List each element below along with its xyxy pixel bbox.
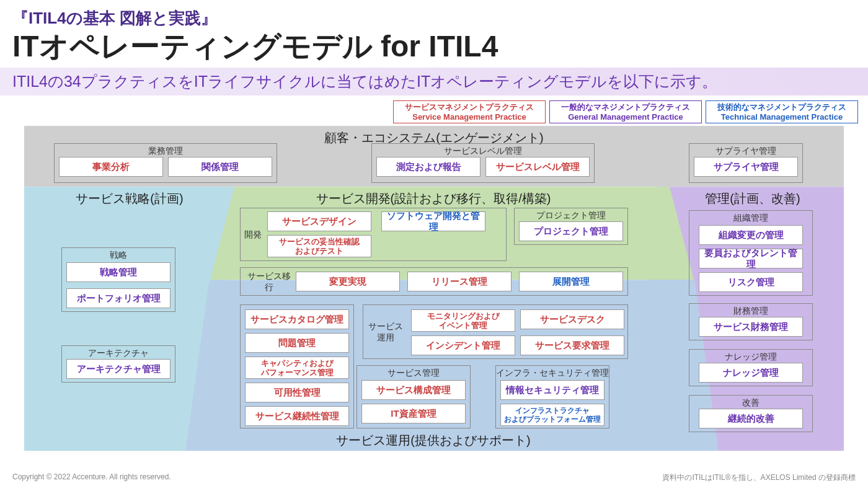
practice-portfolio: ポートフォリオ管理 — [66, 288, 170, 308]
practice-validation: サービスの妥当性確認およびテスト — [267, 235, 371, 257]
practice-it-asset: IT資産管理 — [361, 404, 466, 424]
description-band: ITIL4の34プラクティスをITライフサイクルに当てはめたITオペレーティング… — [0, 68, 868, 95]
diagram: 顧客・エコシステム(エンゲージメント) サービス戦略(計画) サービス開発(設計… — [24, 126, 844, 451]
practice-talent: 要員およびタレント管理 — [699, 249, 803, 268]
practice-strategy-mgmt: 戦略管理 — [66, 262, 170, 282]
practice-info-sec: 情報セキュリティ管理 — [500, 380, 604, 400]
practice-sw-dev: ソフトウェア開発と管理 — [381, 211, 485, 231]
group-dev-title: 開発 — [244, 229, 262, 240]
practice-measure: 測定および報告 — [376, 157, 480, 177]
practice-service-level: サービスレベル管理 — [485, 157, 590, 177]
practice-service-desk: サービスデスク — [520, 309, 624, 329]
practice-catalog: サービスカタログ管理 — [245, 309, 349, 329]
practice-business-analysis: 事業分析 — [59, 157, 163, 177]
practice-availability: 可用性管理 — [245, 383, 349, 402]
practice-continuity: サービス継続性管理 — [245, 406, 349, 426]
section-mgmt: 管理(計画、改善) — [681, 190, 824, 207]
group-project-title: プロジェクト管理 — [515, 210, 627, 221]
group-strategy-title: 戦略 — [62, 250, 175, 261]
practice-architecture: アーキテクチャ管理 — [66, 359, 170, 379]
legend-service-mgmt: サービスマネジメントプラクティスService Management Pract… — [393, 100, 546, 123]
group-svc-mgmt-title: サービス管理 — [357, 368, 470, 379]
practice-project: プロジェクト管理 — [519, 221, 623, 241]
group-sla-title: サービスレベル管理 — [372, 146, 594, 157]
practice-release: リリース管理 — [407, 272, 512, 291]
subtitle: 『ITIL4の基本 図解と実践』 — [12, 7, 856, 29]
group-arch-title: アーキテクチャ — [62, 348, 175, 359]
practice-problem: 問題管理 — [245, 333, 349, 353]
practice-service-request: サービス要求管理 — [520, 335, 624, 355]
section-dev: サービス開発(設計および移行、取得/構築) — [247, 190, 619, 207]
group-transition-title: サービス移行 — [244, 270, 294, 293]
practice-org-change: 組織変更の管理 — [699, 225, 803, 245]
legend-technical-mgmt: 技術的なマネジメントプラクティスTechnical Management Pra… — [706, 100, 858, 123]
practice-change: 変更実現 — [296, 272, 400, 291]
practice-supplier: サプライヤ管理 — [694, 157, 798, 177]
footer: Copyright © 2022 Accenture. All rights r… — [12, 472, 856, 483]
copyright: Copyright © 2022 Accenture. All rights r… — [12, 472, 171, 483]
practice-continual: 継続的改善 — [699, 409, 803, 428]
practice-capacity: キャパシティおよびパフォーマンス管理 — [245, 357, 349, 379]
practice-incident: インシデント管理 — [411, 335, 515, 355]
practice-config: サービス構成管理 — [361, 380, 466, 400]
section-strategy: サービス戦略(計画) — [43, 190, 216, 207]
group-finance-title: 財務管理 — [689, 306, 812, 317]
section-ops: サービス運用(提供およびサポート) — [247, 432, 619, 449]
practice-service-finance: サービス財務管理 — [699, 317, 803, 337]
group-improve-title: 改善 — [689, 397, 812, 409]
group-org-title: 組織管理 — [689, 213, 812, 224]
group-supplier-title: サプライヤ管理 — [689, 146, 802, 157]
page-title: ITオペレーティングモデル for ITIL4 — [12, 27, 856, 66]
group-svc-ops-title: サービス運用 — [367, 321, 404, 343]
description: ITIL4の34プラクティスをITライフサイクルに当てはめたITオペレーティング… — [12, 71, 856, 92]
practice-monitoring: モニタリングおよびイベント管理 — [411, 309, 515, 332]
legend: サービスマネジメントプラクティスService Management Pract… — [0, 95, 868, 126]
practice-relationship: 関係管理 — [168, 157, 272, 177]
group-knowledge-title: ナレッジ管理 — [689, 352, 812, 363]
group-business-title: 業務管理 — [55, 146, 277, 157]
practice-risk: リスク管理 — [699, 272, 803, 292]
group-infra-title: インフラ・セキュリティ管理 — [496, 368, 609, 379]
legend-general-mgmt: 一般的なマネジメントプラクティスGeneral Management Pract… — [549, 100, 702, 123]
practice-service-design: サービスデザイン — [267, 211, 371, 231]
practice-deploy: 展開管理 — [519, 272, 623, 291]
practice-infra-platform: インフラストラクチャおよびプラットフォーム管理 — [500, 404, 604, 426]
header: 『ITIL4の基本 図解と実践』 ITオペレーティングモデル for ITIL4 — [0, 0, 868, 66]
trademark: 資料中のITILはITIL®を指し、AXELOS Limited の登録商標 — [662, 472, 856, 483]
practice-knowledge: ナレッジ管理 — [699, 363, 803, 383]
